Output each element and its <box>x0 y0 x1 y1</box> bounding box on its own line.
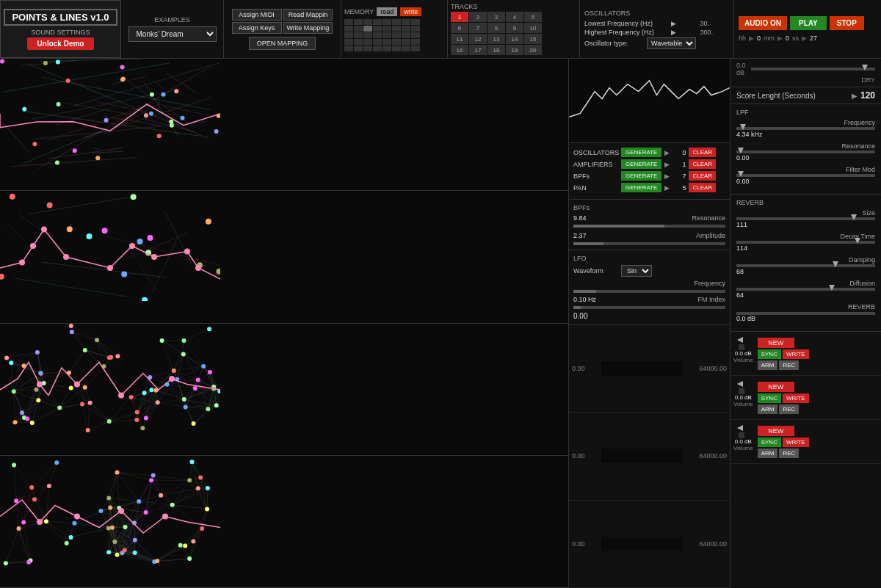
track-rec-2[interactable]: REC <box>779 404 799 414</box>
track-button-16[interactable]: 16 <box>451 45 468 55</box>
memory-cell[interactable] <box>344 46 353 51</box>
memory-cell[interactable] <box>373 19 382 25</box>
open-mapping-button[interactable]: OPEN MAPPING <box>249 37 316 50</box>
memory-cell[interactable] <box>383 39 391 45</box>
track-new-3[interactable]: NEW <box>758 426 794 436</box>
visualization-canvas-1[interactable] <box>0 59 220 169</box>
lfo-frequency-slider[interactable] <box>573 290 725 293</box>
track-write-3[interactable]: WRITE <box>783 438 809 447</box>
track-button-9[interactable]: 9 <box>506 23 523 33</box>
track-sync-3[interactable]: SYNC <box>758 438 781 447</box>
gen-clear-pan[interactable]: CLEAR <box>689 183 716 192</box>
memory-cell[interactable] <box>354 26 363 32</box>
assign-keys-button[interactable]: Assign Keys <box>232 22 282 34</box>
write-mapping-button[interactable]: Write Mapping <box>283 22 333 34</box>
memory-cell[interactable] <box>392 32 401 38</box>
track-button-7[interactable]: 7 <box>469 23 487 33</box>
memory-cell[interactable] <box>363 39 372 45</box>
memory-cell[interactable] <box>344 32 353 38</box>
track-sync-1[interactable]: SYNC <box>758 349 781 359</box>
track-button-8[interactable]: 8 <box>487 23 505 33</box>
track-button-11[interactable]: 11 <box>451 34 468 44</box>
track-volume-slider-1[interactable] <box>739 344 744 350</box>
memory-cell[interactable] <box>392 19 401 25</box>
track-button-13[interactable]: 13 <box>487 34 505 44</box>
track-button-17[interactable]: 17 <box>469 45 487 55</box>
examples-dropdown[interactable]: Monks' Dream <box>128 26 217 42</box>
bpfs-amplitude-slider[interactable] <box>573 242 725 245</box>
memory-cell[interactable] <box>383 46 391 51</box>
memory-cell[interactable] <box>411 19 420 25</box>
visualization-canvas-3[interactable] <box>0 324 220 434</box>
track-button-14[interactable]: 14 <box>506 34 523 44</box>
canvas-panel-4[interactable] <box>0 456 568 588</box>
memory-cell[interactable] <box>383 19 391 25</box>
reverb-size-slider[interactable] <box>736 217 875 220</box>
memory-write-button[interactable]: write <box>400 7 421 16</box>
track-button-6[interactable]: 6 <box>451 23 468 33</box>
track-arm-1[interactable]: ARM <box>758 360 778 370</box>
track-volume-slider-2[interactable] <box>739 388 744 394</box>
lpf-resonance-slider[interactable] <box>736 150 875 153</box>
memory-cell[interactable] <box>411 46 420 51</box>
track-arm-2[interactable]: ARM <box>758 404 778 414</box>
volume-slider[interactable] <box>751 68 875 70</box>
track-button-1[interactable]: 1 <box>451 12 468 22</box>
memory-cell[interactable] <box>354 19 363 25</box>
track-button-18[interactable]: 18 <box>487 45 505 55</box>
memory-cell[interactable] <box>373 32 382 38</box>
memory-read-button[interactable]: read <box>377 7 397 16</box>
lpf-filtermod-slider[interactable] <box>736 174 875 177</box>
memory-cell[interactable] <box>373 39 382 45</box>
reverb-diffusion-slider[interactable] <box>736 288 875 291</box>
visualization-canvas-4[interactable] <box>0 456 220 566</box>
memory-cell[interactable] <box>354 39 363 45</box>
read-mapping-button[interactable]: Read Mappin <box>283 9 333 21</box>
memory-cell[interactable] <box>344 19 353 25</box>
memory-cell[interactable] <box>392 26 401 32</box>
reverb-decay-slider[interactable] <box>736 241 875 244</box>
memory-cell[interactable] <box>392 46 401 51</box>
memory-cell[interactable] <box>411 32 420 38</box>
gen-clear-bpfs[interactable]: CLEAR <box>689 171 716 181</box>
memory-cell[interactable] <box>363 46 372 51</box>
track-button-2[interactable]: 2 <box>469 12 487 22</box>
memory-cell[interactable] <box>402 32 410 38</box>
play-button[interactable]: PLAY <box>790 16 827 30</box>
memory-cell[interactable] <box>363 26 372 32</box>
track-arm-3[interactable]: ARM <box>758 449 778 458</box>
stop-button[interactable]: STOP <box>830 16 864 30</box>
memory-cell[interactable] <box>383 26 391 32</box>
assign-midi-button[interactable]: Assign MIDI <box>232 9 282 21</box>
track-sync-2[interactable]: SYNC <box>758 393 781 403</box>
track-new-1[interactable]: NEW <box>758 338 794 348</box>
gen-generate-oscillators[interactable]: GENERATE <box>621 148 661 157</box>
memory-cell[interactable] <box>411 39 420 45</box>
track-button-19[interactable]: 19 <box>506 45 523 55</box>
memory-cell[interactable] <box>373 26 382 32</box>
track-new-2[interactable]: NEW <box>758 382 794 392</box>
memory-cell[interactable] <box>354 46 363 51</box>
track-button-12[interactable]: 12 <box>469 34 487 44</box>
memory-cell[interactable] <box>363 19 372 25</box>
memory-cell[interactable] <box>392 39 401 45</box>
gen-generate-amplifiers[interactable]: GENERATE <box>621 159 661 169</box>
unlock-demo-button[interactable]: Unlock Demo <box>27 37 95 50</box>
track-rec-3[interactable]: REC <box>779 449 799 458</box>
track-button-4[interactable]: 4 <box>506 12 523 22</box>
canvas-panel-1[interactable] <box>0 59 568 191</box>
lfo-waveform-select[interactable]: Sin <box>621 265 652 277</box>
bpfs-resonance-slider[interactable] <box>573 225 725 228</box>
osc-type-select[interactable]: Wavetable <box>647 37 696 49</box>
gen-clear-oscillators[interactable]: CLEAR <box>689 148 716 157</box>
memory-cell[interactable] <box>402 46 410 51</box>
track-rec-1[interactable]: REC <box>779 360 799 370</box>
memory-cell[interactable] <box>402 39 410 45</box>
track-button-20[interactable]: 20 <box>524 45 542 55</box>
memory-cell[interactable] <box>411 26 420 32</box>
reverb-damping-slider[interactable] <box>736 264 875 267</box>
audio-on-button[interactable]: AUDIO ON <box>739 16 787 30</box>
gen-clear-amplifiers[interactable]: CLEAR <box>689 159 716 169</box>
lpf-frequency-slider[interactable] <box>736 127 875 130</box>
memory-cell[interactable] <box>402 19 410 25</box>
